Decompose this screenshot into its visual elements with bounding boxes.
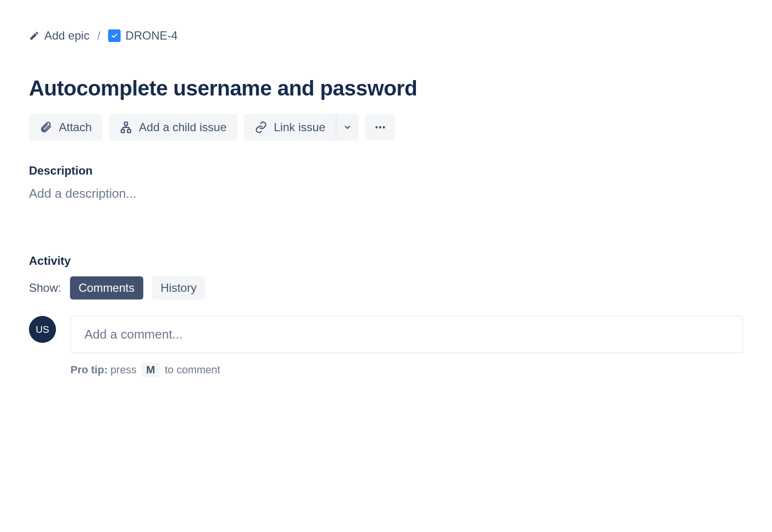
svg-point-4 bbox=[379, 126, 382, 129]
breadcrumb: Add epic / DRONE-4 bbox=[29, 29, 743, 42]
description-heading: Description bbox=[29, 164, 743, 177]
breadcrumb-separator: / bbox=[97, 29, 100, 42]
more-icon bbox=[373, 121, 387, 134]
svg-point-3 bbox=[375, 126, 378, 129]
add-epic-label: Add epic bbox=[44, 29, 89, 42]
link-icon bbox=[255, 121, 267, 134]
pro-tip-after: to comment bbox=[162, 364, 220, 376]
comment-input[interactable]: Add a comment... bbox=[70, 316, 743, 353]
activity-filter-row: Show: Comments History bbox=[29, 276, 743, 300]
attach-label: Attach bbox=[59, 121, 92, 134]
show-label: Show: bbox=[29, 281, 61, 295]
link-issue-label: Link issue bbox=[274, 121, 326, 134]
tab-comments[interactable]: Comments bbox=[70, 276, 143, 300]
ticket-link[interactable]: DRONE-4 bbox=[108, 29, 178, 42]
pro-tip-label: Pro tip: bbox=[70, 364, 108, 376]
task-icon bbox=[108, 29, 121, 42]
attach-button[interactable]: Attach bbox=[29, 114, 102, 141]
ticket-id-label: DRONE-4 bbox=[125, 29, 178, 42]
pro-tip: Pro tip: press M to comment bbox=[70, 363, 743, 377]
paperclip-icon bbox=[40, 121, 52, 134]
description-input[interactable]: Add a description... bbox=[29, 186, 743, 201]
keycap-m: M bbox=[141, 363, 160, 377]
link-issue-dropdown[interactable] bbox=[336, 114, 358, 141]
hierarchy-icon bbox=[120, 121, 132, 134]
issue-title[interactable]: Autocomplete username and password bbox=[29, 76, 743, 100]
activity-heading: Activity bbox=[29, 254, 743, 268]
svg-point-5 bbox=[383, 126, 385, 129]
description-section: Description Add a description... bbox=[29, 164, 743, 201]
pencil-icon bbox=[29, 30, 40, 41]
comment-row: US Add a comment... bbox=[29, 316, 743, 353]
link-issue-button[interactable]: Link issue bbox=[244, 114, 336, 141]
activity-section: Activity Show: Comments History US Add a… bbox=[29, 254, 743, 377]
chevron-down-icon bbox=[343, 123, 352, 132]
avatar: US bbox=[29, 316, 56, 343]
action-toolbar: Attach Add a child issue Link issue bbox=[29, 114, 743, 141]
more-actions-button[interactable] bbox=[365, 114, 395, 140]
link-issue-group: Link issue bbox=[244, 114, 359, 141]
add-child-issue-button[interactable]: Add a child issue bbox=[109, 114, 237, 141]
add-epic-button[interactable]: Add epic bbox=[29, 29, 89, 42]
pro-tip-before: press bbox=[108, 364, 139, 376]
add-child-label: Add a child issue bbox=[139, 121, 226, 134]
tab-history[interactable]: History bbox=[152, 276, 206, 300]
